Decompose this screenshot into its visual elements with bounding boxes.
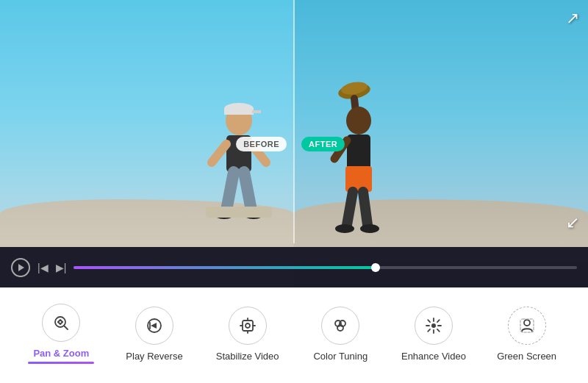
svg-point-45	[431, 323, 436, 328]
after-label: AFTER	[301, 137, 345, 151]
video-before: BEFORE	[0, 0, 294, 287]
stabilize-label: Stabilize Video	[216, 351, 279, 362]
svg-point-46	[524, 320, 530, 326]
green-screen-icon-wrap	[508, 307, 546, 345]
pan-zoom-underline	[28, 362, 94, 364]
svg-line-20	[363, 192, 368, 225]
enhance-icon	[425, 317, 442, 334]
tool-color-tuning[interactable]: Color Tuning	[307, 307, 373, 362]
tool-stabilize-video[interactable]: Stabilize Video	[215, 307, 281, 362]
svg-line-43	[428, 329, 430, 331]
color-tuning-label: Color Tuning	[313, 351, 368, 362]
svg-rect-2	[224, 109, 254, 115]
progress-thumb[interactable]	[371, 263, 380, 272]
play-button[interactable]	[11, 258, 30, 277]
timeline: |◀ ▶|	[0, 247, 588, 287]
svg-line-40	[437, 329, 440, 331]
person-after	[301, 78, 419, 254]
tools-toolbar: Pan & Zoom Play Reverse Stabilize Vide	[0, 287, 588, 383]
green-screen-label: Green Screen	[497, 351, 556, 362]
enhance-icon-wrap	[415, 307, 453, 345]
stabilize-icon-wrap	[229, 307, 267, 345]
svg-point-33	[245, 323, 250, 328]
play-reverse-icon-wrap	[135, 307, 173, 345]
tool-enhance-video[interactable]: Enhance Video	[401, 307, 467, 362]
svg-point-21	[335, 224, 354, 233]
person-before	[162, 93, 287, 254]
play-reverse-icon	[146, 317, 163, 334]
progress-fill	[74, 266, 376, 269]
svg-marker-26	[151, 323, 157, 329]
svg-line-44	[437, 320, 440, 322]
tool-green-screen[interactable]: Green Screen	[494, 307, 560, 362]
video-preview: BEFORE AFTER ↗	[0, 0, 588, 287]
pan-zoom-icon-wrap	[42, 304, 80, 342]
play-reverse-label: Play Reverse	[126, 351, 182, 362]
pan-zoom-icon	[52, 314, 70, 332]
skip-forward-button[interactable]: ▶|	[56, 262, 67, 273]
tool-pan-zoom[interactable]: Pan & Zoom	[28, 304, 94, 364]
progress-bar[interactable]	[74, 266, 577, 269]
split-divider	[293, 0, 295, 243]
svg-line-39	[428, 320, 430, 322]
svg-point-22	[360, 224, 379, 233]
svg-line-5	[212, 144, 226, 162]
svg-rect-11	[206, 207, 272, 218]
before-label: BEFORE	[236, 137, 287, 151]
svg-rect-3	[252, 110, 261, 113]
svg-line-8	[244, 172, 251, 210]
expand-icon-top[interactable]: ↗	[566, 9, 579, 28]
pan-zoom-label: Pan & Zoom	[33, 348, 89, 359]
svg-rect-28	[243, 321, 253, 331]
svg-line-7	[226, 172, 234, 210]
skip-back-button[interactable]: |◀	[37, 262, 49, 273]
tool-play-reverse[interactable]: Play Reverse	[121, 307, 187, 362]
green-screen-icon	[518, 317, 536, 334]
svg-line-24	[65, 326, 68, 330]
expand-icon-bottom[interactable]: ↙	[566, 213, 579, 232]
stabilize-icon	[239, 317, 257, 334]
svg-line-19	[347, 192, 353, 225]
svg-point-15	[346, 107, 371, 135]
color-tuning-icon-wrap	[321, 307, 359, 345]
enhance-label: Enhance Video	[401, 351, 466, 362]
color-tuning-icon	[331, 317, 349, 334]
video-after: AFTER ↗ ↙	[294, 0, 588, 287]
